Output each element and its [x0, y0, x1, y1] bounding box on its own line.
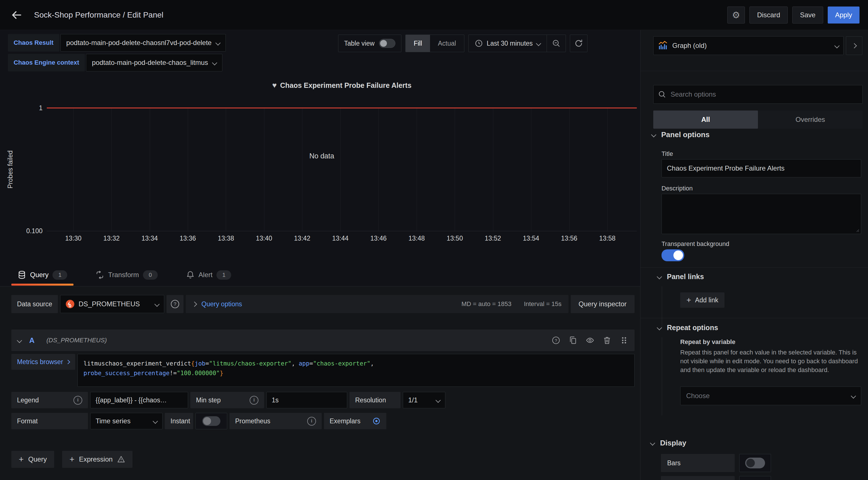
x-tick-label: 13:58 [599, 235, 616, 242]
chevron-right-icon [851, 43, 857, 48]
tab-count-badge: 0 [143, 270, 158, 280]
collapse-query-chevron-icon[interactable] [17, 338, 22, 343]
display-heading-text: Display [660, 439, 686, 447]
gridline [455, 108, 455, 231]
bars-toggle[interactable] [745, 457, 765, 468]
panel-view-toolbar: Table view Fill Actual Last 30 minutes [338, 35, 587, 52]
variable-value-dropdown[interactable]: podtato-main-pod-delete-chaos_litmus [86, 54, 222, 71]
query-ref-id[interactable]: A [29, 336, 35, 345]
discard-button[interactable]: Discard [749, 6, 788, 24]
variable-value-dropdown[interactable]: podtato-main-pod-delete-chaosnl7vd-pod-d… [60, 34, 226, 52]
table-view-toggle[interactable] [379, 39, 396, 48]
editor-tabs: Query 1 Transform 0 Alert 1 [11, 264, 238, 286]
add-query-label: Query [28, 455, 47, 463]
tab-transform[interactable]: Transform 0 [89, 264, 164, 286]
chevron-down-icon [215, 40, 220, 45]
expression-token: } [220, 370, 223, 377]
instant-label: Instant [170, 417, 190, 425]
tab-query[interactable]: Query 1 [11, 264, 73, 286]
zoom-out-button[interactable] [547, 35, 566, 52]
description-field-label: Description [661, 185, 693, 192]
apply-button[interactable]: Apply [828, 6, 860, 24]
grafana-edit-panel: Sock-Shop Performance / Edit Panel ⚙ Dis… [0, 0, 868, 480]
expression-token: = [205, 360, 209, 367]
expression-token: "chaos-exporter" [313, 360, 370, 367]
datasource-select[interactable]: DS_PROMETHEUS [60, 295, 164, 313]
datasource-row: Data source DS_PROMETHEUS ? Query option… [11, 295, 634, 313]
visualization-select[interactable]: Graph (old) [653, 36, 844, 55]
chevron-down-icon [153, 418, 158, 423]
expression-token: litmuschaos_experiment_verdict [83, 360, 191, 367]
repeat-variable-select[interactable]: Choose [680, 386, 861, 405]
add-link-button[interactable]: + Add link [680, 293, 724, 308]
drag-handle-icon[interactable] [620, 336, 628, 345]
datasource-label: Data source [11, 295, 58, 313]
repeat-options-heading[interactable]: Repeat options [657, 323, 718, 332]
resolution-label-box: Resolution [349, 392, 401, 408]
variable-chaos-engine-context: Chaos Engine context podtato-main-pod-de… [8, 54, 226, 71]
tab-all[interactable]: All [653, 110, 758, 129]
query-expression[interactable]: litmuschaos_experiment_verdict{job="litm… [78, 354, 634, 387]
expression-row: Metrics browser litmuschaos_experiment_v… [11, 354, 634, 387]
resolution-value: 1/1 [408, 396, 417, 404]
help-circle-icon: ? [170, 299, 180, 309]
x-tick-label: 13:50 [446, 235, 463, 242]
min-step-label-box: Min step i [190, 392, 264, 408]
panel-settings-button[interactable]: ⚙ [727, 6, 745, 24]
query-inspector-button[interactable]: Query inspector [571, 295, 634, 313]
top-bar: Sock-Shop Performance / Edit Panel ⚙ Dis… [0, 0, 868, 30]
expression-token: job [194, 360, 205, 367]
gridline [493, 108, 493, 231]
search-options-input[interactable] [670, 90, 858, 99]
format-label-box: Format [11, 413, 88, 429]
time-range-picker[interactable]: Last 30 minutes [469, 39, 547, 47]
chart-title: ♥Chaos Experiment Probe Failure Alerts [47, 81, 637, 90]
add-expression-button[interactable]: + Expression [62, 451, 132, 468]
save-button[interactable]: Save [792, 6, 823, 24]
transform-icon [96, 271, 104, 279]
add-query-button[interactable]: + Query [11, 451, 54, 468]
tab-label: Query [30, 271, 49, 279]
actual-segment[interactable]: Actual [430, 35, 464, 52]
delete-query-trash-icon[interactable] [603, 336, 611, 345]
y-axis-title: Probes failed [6, 150, 14, 188]
panel-description-textarea[interactable] [661, 194, 861, 234]
help-circle-icon[interactable]: ? [552, 336, 560, 345]
min-step-input[interactable] [266, 392, 347, 408]
sidebar-collapse-button[interactable] [846, 36, 862, 55]
chevron-down-icon [657, 325, 662, 330]
chart-title-text: Chaos Experiment Probe Failure Alerts [280, 81, 411, 89]
chart-plot-area[interactable]: No data [47, 108, 637, 231]
datasource-help-button[interactable]: ? [166, 295, 184, 313]
expression-token: , [291, 360, 299, 367]
x-tick-label: 13:52 [485, 235, 501, 242]
format-select[interactable]: Time series [90, 413, 162, 429]
tab-overrides[interactable]: Overrides [758, 110, 863, 129]
back-arrow-icon[interactable] [8, 7, 24, 23]
legend-format-input[interactable] [90, 392, 188, 408]
refresh-button[interactable] [570, 35, 587, 52]
panel-options-heading[interactable]: Panel options [652, 130, 709, 139]
fill-segment[interactable]: Fill [406, 35, 430, 52]
legend-label-box: Legend i [11, 392, 88, 408]
instant-toggle[interactable] [202, 416, 220, 426]
variable-chaos-result: Chaos Result podtato-main-pod-delete-cha… [8, 34, 226, 52]
metrics-browser-button[interactable]: Metrics browser [11, 354, 75, 370]
repeat-variable-placeholder: Choose [686, 392, 710, 400]
panel-title-input[interactable]: Chaos Experiment Probe Failure Alerts [661, 159, 861, 177]
gridline [378, 108, 379, 231]
instant-label-box: Instant [165, 413, 193, 429]
tab-alert[interactable]: Alert 1 [180, 264, 238, 286]
y-tick-label: 1 [3, 104, 42, 112]
panel-links-heading[interactable]: Panel links [657, 273, 704, 281]
exemplars-eye-icon[interactable] [372, 417, 381, 425]
display-heading[interactable]: Display [651, 439, 686, 447]
duplicate-query-icon[interactable] [569, 336, 577, 345]
hide-query-eye-icon[interactable] [586, 336, 594, 345]
query-options-toggle[interactable]: Query options MD = auto = 1853 Interval … [186, 295, 568, 313]
resolution-select[interactable]: 1/1 [403, 392, 445, 408]
exemplars-label-box: Exemplars [324, 413, 386, 429]
transparent-background-toggle[interactable] [661, 249, 684, 261]
gear-icon: ⚙ [732, 10, 740, 21]
resize-handle-icon[interactable] [855, 228, 860, 232]
